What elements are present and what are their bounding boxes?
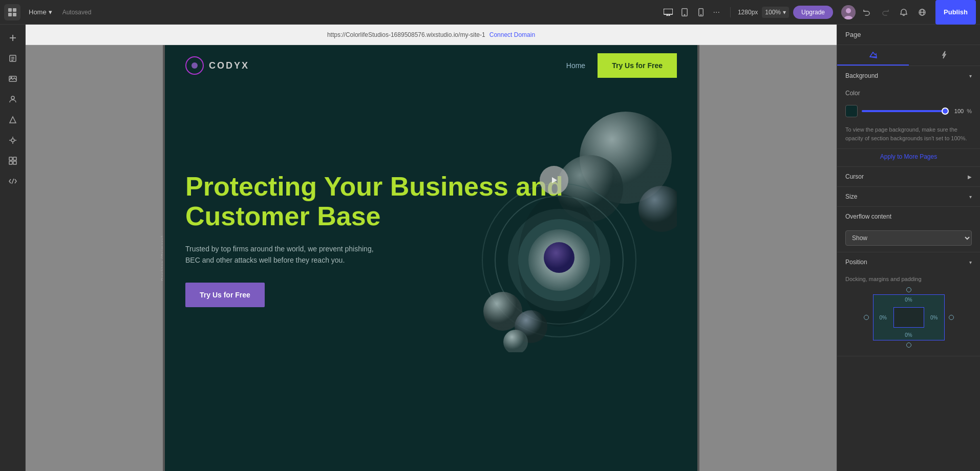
svg-rect-35 bbox=[9, 161, 12, 164]
logo-text: CODYX bbox=[209, 60, 249, 71]
sidebar-add-icon[interactable] bbox=[4, 29, 22, 47]
undo-button[interactable] bbox=[860, 5, 874, 19]
topbar-logo[interactable] bbox=[4, 4, 20, 20]
dock-outer-bottom-radio[interactable] bbox=[906, 342, 911, 348]
panel-title: Page bbox=[845, 31, 861, 38]
page-name-dropdown[interactable]: Home ▾ bbox=[25, 6, 56, 18]
background-chevron: ▾ bbox=[969, 73, 972, 79]
left-sidebar bbox=[0, 25, 26, 471]
dock-outer-top-radio[interactable] bbox=[906, 287, 911, 292]
dock-bottom-value: 0% bbox=[905, 332, 912, 338]
hero-left: Protecting Your Business and Customer Ba… bbox=[185, 172, 677, 307]
svg-point-26 bbox=[11, 96, 14, 99]
logo-icon bbox=[185, 56, 204, 75]
site-nav: Home Try Us for Free bbox=[566, 53, 677, 78]
tab-lightning[interactable] bbox=[909, 45, 981, 66]
svg-point-13 bbox=[846, 8, 851, 13]
position-label: Position bbox=[845, 259, 867, 266]
dock-outer-left-radio[interactable] bbox=[864, 315, 869, 320]
size-label: Size bbox=[845, 193, 857, 200]
right-panel: Page Background ▾ Color bbox=[837, 25, 980, 471]
background-section-header[interactable]: Background ▾ bbox=[837, 66, 980, 85]
svg-point-28 bbox=[11, 139, 14, 142]
svg-line-37 bbox=[12, 179, 14, 184]
device-tablet-icon[interactable] bbox=[677, 5, 692, 19]
overflow-select[interactable]: Show bbox=[845, 230, 972, 246]
user-avatar[interactable] bbox=[841, 5, 856, 19]
position-section-header[interactable]: Position ▾ bbox=[837, 252, 980, 272]
resize-handle-right[interactable] bbox=[697, 45, 699, 471]
upgrade-button[interactable]: Upgrade bbox=[793, 6, 833, 19]
hero-subtitle: Trusted by top firms around the world, w… bbox=[185, 243, 380, 266]
zoom-value: 100% bbox=[765, 9, 781, 16]
sidebar-pages-icon[interactable] bbox=[4, 49, 22, 68]
redo-button[interactable] bbox=[878, 5, 892, 19]
svg-marker-38 bbox=[552, 177, 557, 183]
canvas-scroll[interactable]: Desktop (Primary) CODYX Hom bbox=[26, 45, 837, 471]
opacity-slider-row: 100 % bbox=[862, 108, 972, 114]
svg-rect-33 bbox=[9, 157, 12, 160]
canvas-frame: CODYX Home Try Us for Free Protecting Yo… bbox=[165, 45, 697, 471]
topbar-right-actions: Publish bbox=[841, 0, 976, 25]
header-cta-button[interactable]: Try Us for Free bbox=[598, 53, 677, 78]
zoom-chevron: ▾ bbox=[783, 9, 786, 16]
position-section: Position ▾ Docking, margins and padding … bbox=[837, 252, 980, 356]
position-content: Docking, margins and padding 0% 0% bbox=[837, 272, 980, 356]
sidebar-shapes-icon[interactable] bbox=[4, 111, 22, 129]
svg-rect-2 bbox=[8, 13, 12, 16]
svg-marker-27 bbox=[10, 117, 16, 123]
dock-outer-right-radio[interactable] bbox=[949, 315, 954, 320]
more-options-button[interactable]: ··· bbox=[710, 6, 723, 19]
panel-tabs bbox=[837, 45, 980, 66]
slider-fill bbox=[862, 110, 944, 112]
preview-button[interactable] bbox=[915, 5, 929, 19]
cursor-section-header[interactable]: Cursor ▶ bbox=[837, 167, 980, 186]
sidebar-members-icon[interactable] bbox=[4, 90, 22, 109]
overflow-label: Overflow content bbox=[845, 213, 891, 220]
play-button[interactable] bbox=[540, 166, 568, 195]
sidebar-media-icon[interactable] bbox=[4, 70, 22, 88]
slider-thumb[interactable] bbox=[942, 108, 949, 115]
apply-to-more-pages-link[interactable]: Apply to More Pages bbox=[837, 149, 980, 167]
dock-right-value: 0% bbox=[930, 315, 938, 320]
color-row: Color bbox=[837, 85, 980, 101]
device-desktop-icon[interactable] bbox=[661, 5, 675, 19]
size-chevron: ▾ bbox=[969, 194, 972, 200]
sidebar-interactions-icon[interactable] bbox=[4, 131, 22, 149]
docking-label: Docking, margins and padding bbox=[845, 276, 972, 282]
opacity-slider[interactable] bbox=[862, 110, 948, 112]
size-section-header[interactable]: Size ▾ bbox=[837, 187, 980, 206]
canvas-area: https://ColorlifeStudios-1689508576.wixs… bbox=[26, 25, 837, 471]
svg-rect-1 bbox=[13, 8, 16, 12]
sidebar-apps-icon[interactable] bbox=[4, 152, 22, 170]
svg-rect-3 bbox=[13, 13, 16, 16]
notifications-button[interactable] bbox=[897, 5, 911, 19]
position-chevron: ▾ bbox=[969, 260, 972, 265]
docking-inner-box: 0% 0% bbox=[893, 307, 924, 328]
overflow-section: Overflow content Show bbox=[837, 207, 980, 252]
sidebar-code-icon[interactable] bbox=[4, 172, 22, 190]
tab-design[interactable] bbox=[837, 45, 909, 66]
topbar: Home ▾ Autosaved ··· 1280px 100% ▾ Upgra… bbox=[0, 0, 980, 25]
dock-left-value: 0% bbox=[880, 315, 887, 320]
collapse-panel-handle[interactable] bbox=[837, 45, 837, 66]
autosaved-label: Autosaved bbox=[62, 9, 92, 16]
color-picker-row: 100 % bbox=[837, 101, 980, 121]
svg-point-9 bbox=[684, 14, 685, 15]
background-label: Background bbox=[845, 72, 878, 79]
color-swatch[interactable] bbox=[845, 105, 858, 117]
zoom-selector[interactable]: 100% ▾ bbox=[762, 7, 789, 18]
cursor-chevron: ▶ bbox=[968, 174, 972, 180]
device-switcher: ··· bbox=[661, 5, 723, 19]
hero-title: Protecting Your Business and Customer Ba… bbox=[185, 172, 677, 230]
cursor-label: Cursor bbox=[845, 173, 864, 180]
svg-rect-34 bbox=[13, 157, 16, 160]
docking-grid: 0% 0% 0% 0% bbox=[873, 294, 945, 340]
nav-home-link[interactable]: Home bbox=[566, 61, 585, 70]
device-mobile-icon[interactable] bbox=[694, 5, 708, 19]
hero-section: Protecting Your Business and Customer Ba… bbox=[165, 86, 697, 383]
dock-top-value: 0% bbox=[905, 297, 912, 303]
publish-button[interactable]: Publish bbox=[935, 0, 976, 25]
connect-domain-link[interactable]: Connect Domain bbox=[489, 31, 535, 38]
hero-cta-button[interactable]: Try Us for Free bbox=[185, 283, 265, 307]
